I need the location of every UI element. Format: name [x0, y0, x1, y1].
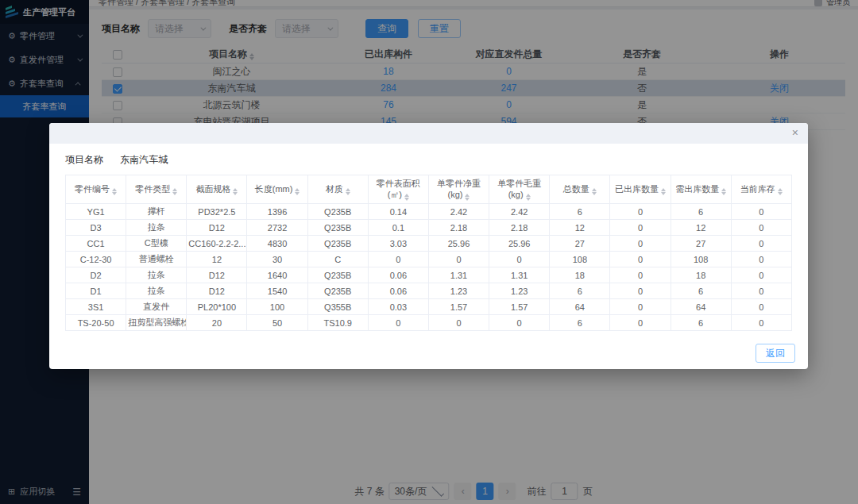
part-table-cell: 0	[731, 283, 791, 299]
part-table-row: CC1C型檩CC160-2.2-2...4830Q235B3.0325.9625…	[66, 236, 792, 252]
part-table-cell: D1	[66, 283, 126, 299]
part-table-cell: 0	[368, 315, 428, 331]
part-table-cell: 0	[731, 315, 791, 331]
part-column-header[interactable]: 单零件毛重(kg)	[489, 175, 550, 204]
sort-icon	[295, 188, 300, 195]
part-table-cell: 6	[671, 204, 731, 220]
part-table-cell: 100	[247, 299, 307, 315]
part-table-cell: 1640	[247, 267, 307, 283]
part-table-cell: 直发件	[126, 299, 187, 315]
part-column-header[interactable]: 单零件净重(kg)	[428, 175, 489, 204]
part-table-cell: 12	[187, 252, 247, 267]
part-table-cell: Q235B	[307, 236, 368, 252]
part-table-body: YG1撑杆PD32*2.51396Q235B0.142.422.426060D3…	[66, 204, 792, 331]
part-table-header-row: 零件编号零件类型截面规格长度(mm)材质零件表面积(㎡)单零件净重(kg)单零件…	[66, 175, 792, 204]
sort-icon	[172, 188, 177, 195]
part-table-cell: 拉条	[126, 267, 187, 283]
modal-project-value: 东南汽车城	[120, 154, 168, 165]
part-table-cell: 6	[550, 315, 610, 331]
part-table-cell: 0.03	[368, 299, 428, 315]
part-table-cell: 1.57	[489, 299, 550, 315]
part-table-cell: 1396	[247, 204, 307, 220]
part-table-cell: 18	[550, 267, 610, 283]
part-table-row: C-12-30普通螺栓1230C00010801080	[66, 252, 792, 267]
part-table-row: TS-20-50扭剪型高强螺栓2050TS10.90006060	[66, 315, 792, 331]
part-table-cell: 27	[550, 236, 610, 252]
part-column-header[interactable]: 零件表面积(㎡)	[368, 175, 428, 204]
page: 生产管理平台 ⚙ 零件管理 ⚙ 直发件管理 ⚙ 齐套率查询 齐套率查询 ⊞ 应用…	[0, 0, 858, 504]
part-table-cell: 0	[610, 267, 671, 283]
part-table-cell: 108	[671, 252, 731, 267]
part-table-cell: CC160-2.2-2...	[187, 236, 247, 252]
part-table-cell: 0	[428, 252, 489, 267]
part-table-cell: 拉条	[126, 220, 187, 236]
close-icon[interactable]: ×	[792, 127, 798, 138]
part-column-header[interactable]: 长度(mm)	[247, 175, 307, 204]
part-table-cell: 拉条	[126, 283, 187, 299]
part-column-header[interactable]: 零件类型	[126, 175, 187, 204]
part-table-cell: Q235B	[307, 267, 368, 283]
part-table-cell: 0	[610, 204, 671, 220]
part-table-cell: 30	[247, 252, 307, 267]
part-column-header[interactable]: 当前库存	[731, 175, 791, 204]
part-table-cell: 64	[671, 299, 731, 315]
part-column-header[interactable]: 零件编号	[66, 175, 126, 204]
part-table-cell: 2.18	[428, 220, 489, 236]
part-table-cell: 108	[550, 252, 610, 267]
part-table-cell: 0	[428, 315, 489, 331]
part-table-cell: 0	[731, 236, 791, 252]
part-table-cell: 1.23	[489, 283, 550, 299]
part-table-cell: 6	[671, 283, 731, 299]
part-table-cell: 0	[610, 315, 671, 331]
part-table-cell: TS-20-50	[66, 315, 126, 331]
part-table-cell: 1.23	[428, 283, 489, 299]
sort-icon	[465, 194, 470, 201]
part-table-cell: C型檩	[126, 236, 187, 252]
part-table-cell: 0	[731, 204, 791, 220]
part-table-cell: 0	[489, 252, 550, 267]
part-table-cell: CC1	[66, 236, 126, 252]
part-table-cell: 27	[671, 236, 731, 252]
part-table-cell: C	[307, 252, 368, 267]
part-table-cell: 3.03	[368, 236, 428, 252]
part-table-cell: 3S1	[66, 299, 126, 315]
part-table-cell: D12	[187, 267, 247, 283]
part-table-cell: 6	[550, 283, 610, 299]
sort-icon	[526, 194, 531, 201]
part-table-cell: 2.42	[489, 204, 550, 220]
part-table-cell: 普通螺栓	[126, 252, 187, 267]
part-column-header[interactable]: 需出库数量	[671, 175, 731, 204]
part-table-cell: 12	[671, 220, 731, 236]
part-table-cell: 0	[610, 236, 671, 252]
part-table-cell: Q235B	[307, 204, 368, 220]
part-table-cell: Q355B	[307, 299, 368, 315]
part-table-cell: D12	[187, 283, 247, 299]
part-table-row: D2拉条D121640Q235B0.061.311.31180180	[66, 267, 792, 283]
part-detail-modal: × 项目名称 东南汽车城 零件编号零件类型截面规格长度(mm)材质零件表面积(㎡…	[49, 123, 808, 369]
modal-footer: 返回	[756, 344, 795, 363]
part-column-header[interactable]: 截面规格	[187, 175, 247, 204]
sort-icon	[112, 188, 117, 195]
part-table-row: D1拉条D121540Q235B0.061.231.236060	[66, 283, 792, 299]
part-table-cell: 2.18	[489, 220, 550, 236]
part-column-header[interactable]: 已出库数量	[610, 175, 671, 204]
modal-project-line: 项目名称 东南汽车城	[65, 153, 792, 167]
part-table-cell: 扭剪型高强螺栓	[126, 315, 187, 331]
part-column-header[interactable]: 材质	[307, 175, 368, 204]
part-table-cell: 撑杆	[126, 204, 187, 220]
part-table-cell: 0	[489, 315, 550, 331]
part-column-header[interactable]: 总数量	[550, 175, 610, 204]
part-table-cell: 1.31	[489, 267, 550, 283]
back-button[interactable]: 返回	[756, 344, 795, 363]
part-table-cell: 0.06	[368, 283, 428, 299]
part-table-cell: 1540	[247, 283, 307, 299]
part-table-cell: 2.42	[428, 204, 489, 220]
part-table-cell: 25.96	[489, 236, 550, 252]
part-table-cell: PD32*2.5	[187, 204, 247, 220]
part-table-cell: 0	[731, 252, 791, 267]
modal-header: ×	[49, 123, 808, 144]
sort-icon	[661, 188, 666, 195]
part-table-cell: 2732	[247, 220, 307, 236]
part-table-row: D3拉条D122732Q235B0.12.182.18120120	[66, 220, 792, 236]
part-table-cell: C-12-30	[66, 252, 126, 267]
